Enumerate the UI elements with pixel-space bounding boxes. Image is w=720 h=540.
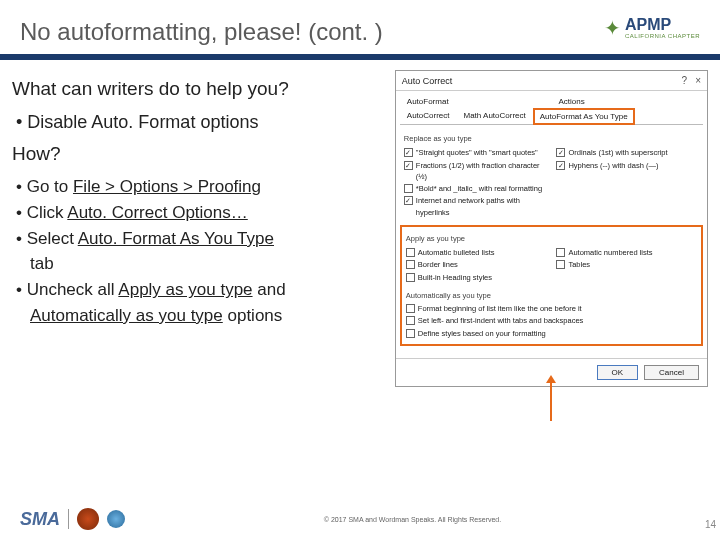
slide: No autoformatting, please! (cont. ) ✦ AP… — [0, 0, 720, 540]
dialog-title: Auto Correct — [402, 76, 453, 86]
step-1: • Go to File > Options > Proofing — [16, 175, 387, 199]
logo-sub: CALIFORNIA CHAPTER — [625, 33, 700, 39]
group-apply: Apply as you type — [406, 233, 697, 244]
globe-icon — [107, 510, 125, 528]
cancel-button[interactable]: Cancel — [644, 365, 699, 380]
step-2: • Click Auto. Correct Options… — [16, 201, 387, 225]
badge-icon — [77, 508, 99, 530]
tab-autocorrect[interactable]: AutoCorrect — [400, 108, 457, 125]
highlighted-section: Apply as you type Automatic bulleted lis… — [400, 225, 703, 346]
cb-heading-styles[interactable]: Built-in Heading styles — [406, 272, 547, 283]
cb-borders[interactable]: Border lines — [406, 259, 547, 270]
footer-logos: SMA — [20, 508, 125, 530]
step-3a: • Select Auto. Format As You Type — [16, 227, 387, 251]
group-replace: Replace as you type — [404, 133, 699, 144]
dialog-titlebar: Auto Correct ? × — [396, 71, 707, 91]
tab-autoformat-as-you-type[interactable]: AutoFormat As You Type — [533, 108, 635, 125]
bullet-disable: • Disable Auto. Format options — [16, 112, 387, 133]
cb-hyphens[interactable]: Hyphens (--) with dash (—) — [556, 160, 699, 171]
cb-ordinals[interactable]: Ordinals (1st) with superscript — [556, 147, 699, 158]
steps: • Go to File > Options > Proofing • Clic… — [12, 175, 387, 328]
cb-auto-numbers[interactable]: Automatic numbered lists — [556, 247, 697, 258]
cb-define-styles[interactable]: Define styles based on your formatting — [406, 328, 697, 339]
autocorrect-dialog: Auto Correct ? × AutoFormat Actions Auto… — [395, 70, 708, 387]
dialog-controls: ? × — [682, 75, 701, 86]
divider — [68, 509, 69, 529]
logo-apmp: ✦ APMP CALIFORNIA CHAPTER — [604, 16, 700, 40]
footer: SMA © 2017 SMA and Wordman Speaks. All R… — [0, 508, 720, 530]
cb-set-indent[interactable]: Set left- and first-indent with tabs and… — [406, 315, 697, 326]
logo-text-wrap: APMP CALIFORNIA CHAPTER — [625, 17, 700, 39]
close-icon[interactable]: × — [695, 75, 701, 86]
dialog-body: Replace as you type "Straight quotes" wi… — [396, 125, 707, 358]
logo-brand: APMP — [625, 17, 700, 33]
cb-auto-bullets[interactable]: Automatic bulleted lists — [406, 247, 547, 258]
cb-tables[interactable]: Tables — [556, 259, 697, 270]
left-column: What can writers do to help you? • Disab… — [12, 66, 387, 421]
title-divider — [0, 54, 720, 60]
help-icon[interactable]: ? — [682, 75, 688, 86]
content: What can writers do to help you? • Disab… — [0, 66, 720, 421]
tabs: AutoFormat Actions AutoCorrect Math Auto… — [396, 91, 707, 125]
page-number: 14 — [705, 519, 716, 530]
cb-hyperlinks[interactable]: Internet and network paths with hyperlin… — [404, 195, 547, 218]
cb-format-beginning[interactable]: Format beginning of list item like the o… — [406, 303, 697, 314]
how-heading: How? — [12, 143, 387, 165]
tab-autoformat[interactable]: AutoFormat — [400, 93, 552, 109]
right-column: Auto Correct ? × AutoFormat Actions Auto… — [395, 66, 708, 421]
question: What can writers do to help you? — [12, 78, 387, 100]
sma-logo: SMA — [20, 509, 60, 530]
group-auto: Automatically as you type — [406, 290, 697, 301]
step-4b: Automatically as you type options — [16, 304, 387, 328]
tab-math[interactable]: Math AutoCorrect — [457, 108, 533, 125]
ok-button[interactable]: OK — [597, 365, 639, 380]
cb-bold-italic[interactable]: *Bold* and _italic_ with real formatting — [404, 183, 547, 194]
callout-arrow — [550, 381, 552, 421]
step-3b: tab — [16, 252, 387, 276]
cb-fractions[interactable]: Fractions (1/2) with fraction character … — [404, 160, 547, 183]
slide-title: No autoformatting, please! (cont. ) — [20, 18, 700, 46]
step-4a: • Uncheck all Apply as you type and — [16, 278, 387, 302]
tab-actions[interactable]: Actions — [551, 93, 703, 109]
copyright: © 2017 SMA and Wordman Speaks. All Right… — [125, 516, 700, 523]
cb-straight-quotes[interactable]: "Straight quotes" with "smart quotes" — [404, 147, 547, 158]
star-icon: ✦ — [604, 16, 621, 40]
